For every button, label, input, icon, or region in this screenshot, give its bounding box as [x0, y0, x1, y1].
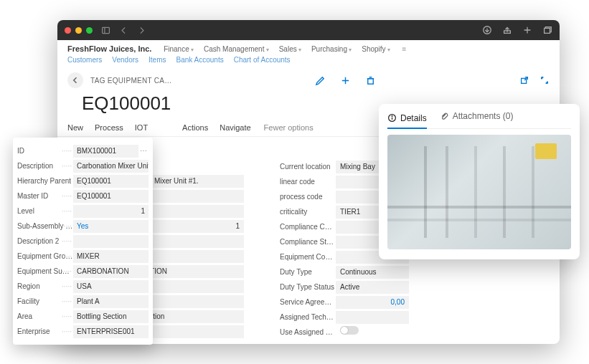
- field-value[interactable]: CARBONATION: [73, 265, 149, 278]
- field-label: Enterprise: [17, 327, 73, 335]
- tab-iot[interactable]: IOT: [135, 123, 148, 132]
- field-service-agreeme-: Service Agreeme…0,00: [280, 294, 409, 310]
- nav-sales[interactable]: Sales: [279, 45, 301, 53]
- edit-icon[interactable]: [315, 75, 326, 86]
- field-use-assigned-tec-: Use Assigned Tec…: [280, 325, 409, 340]
- field-value[interactable]: [73, 235, 149, 248]
- field-equipment-group: Equipment GroupMIXER: [17, 249, 149, 264]
- download-icon[interactable]: [482, 25, 492, 35]
- field-equipment-subgr-: Equipment Subgr…CARBONATION: [17, 264, 149, 279]
- field-label: Compliance Code: [280, 223, 336, 231]
- paperclip-icon: [440, 112, 449, 121]
- fewer-options[interactable]: Fewer options: [264, 123, 314, 132]
- field-hierarchy-parent: Hierarchy ParentEQ100001: [17, 173, 149, 188]
- field-duty-type-status: Duty Type StatusActive: [280, 279, 409, 294]
- field-assigned-technici-: Assigned Technici…: [280, 310, 409, 325]
- nav-shopify[interactable]: Shopify: [362, 45, 390, 53]
- share-icon[interactable]: [502, 25, 512, 35]
- field-label: Service Agreeme…: [280, 298, 336, 306]
- field-value[interactable]: 0,00: [336, 296, 409, 309]
- field-description-2: Description 2: [17, 234, 149, 249]
- field-value[interactable]: [336, 311, 409, 324]
- close-icon[interactable]: [65, 27, 71, 34]
- field-label: Equipment Subgr…: [17, 267, 73, 275]
- window-controls[interactable]: [65, 27, 93, 34]
- subnav-vendors[interactable]: Vendors: [112, 56, 138, 64]
- field-label: Use Assigned Tec…: [280, 328, 336, 336]
- brand[interactable]: FreshFlow Juices, Inc.: [67, 44, 151, 53]
- toggle[interactable]: [340, 326, 359, 335]
- field-label: ID: [17, 147, 73, 155]
- field-label: Equipment Group: [17, 252, 73, 260]
- field-label: Master ID: [17, 192, 73, 200]
- forward-icon[interactable]: [137, 26, 146, 35]
- field-value[interactable]: Carbonation Mixer Unit #1.: [73, 160, 149, 173]
- tab-process[interactable]: Process: [95, 123, 123, 132]
- tabs-icon[interactable]: [542, 25, 552, 35]
- subnav-customers[interactable]: Customers: [67, 56, 102, 64]
- field-value[interactable]: USA: [73, 280, 149, 293]
- nav-cash-management[interactable]: Cash Management: [204, 45, 269, 53]
- field-label: Level: [17, 207, 73, 215]
- maximize-icon[interactable]: [86, 27, 93, 34]
- minimize-icon[interactable]: [75, 27, 82, 34]
- field-label: Current location: [280, 163, 336, 171]
- field-value[interactable]: BMX100001: [73, 145, 138, 158]
- field-area: AreaBottling Section: [17, 309, 149, 324]
- field-facility: FacilityPlant A: [17, 294, 149, 309]
- add-icon[interactable]: [340, 75, 351, 86]
- tab-details[interactable]: Details: [387, 111, 427, 129]
- collapse-icon[interactable]: [539, 75, 550, 85]
- field-value[interactable]: EQ100001: [73, 175, 149, 188]
- info-icon: [387, 113, 397, 123]
- tab-new[interactable]: New: [67, 123, 83, 132]
- field-label: Equipment Confi…: [280, 253, 336, 261]
- field-value[interactable]: ENTERPRISE001: [73, 325, 149, 338]
- field-value[interactable]: Plant A: [73, 295, 149, 308]
- titlebar: [57, 20, 560, 40]
- field-value[interactable]: Continuous: [336, 266, 409, 279]
- popout-icon[interactable]: [519, 75, 529, 85]
- svg-point-21: [392, 116, 392, 117]
- field-value[interactable]: Bottling Section: [73, 310, 149, 323]
- field-region: RegionUSA: [17, 279, 149, 294]
- tab-attachments[interactable]: Attachments (0): [440, 111, 514, 124]
- field-value[interactable]: Yes: [73, 220, 149, 233]
- more-icon[interactable]: ⋯: [138, 147, 149, 155]
- back-button[interactable]: [67, 72, 83, 88]
- field-level: Level1: [17, 203, 149, 219]
- subnav-chart-of-accounts[interactable]: Chart of Accounts: [234, 56, 291, 64]
- field-label: Description: [17, 162, 73, 170]
- details-card: Details Attachments (0): [379, 104, 580, 259]
- field-label: Duty Type: [280, 268, 336, 276]
- field-sub-assembly-exist: Sub-Assembly ExistYes: [17, 219, 149, 234]
- field-label: criticality: [280, 208, 336, 216]
- field-id: IDBMX100001⋯: [17, 143, 149, 158]
- delete-icon[interactable]: [365, 75, 376, 86]
- field-label: process code: [280, 193, 336, 201]
- field-value[interactable]: MIXER: [73, 250, 149, 263]
- field-value[interactable]: 1: [73, 205, 149, 218]
- top-nav: FreshFlow Juices, Inc. FinanceCash Manag…: [57, 40, 560, 64]
- field-value[interactable]: EQ100001: [73, 190, 149, 203]
- field-label: Sub-Assembly Exist: [17, 222, 73, 230]
- field-value[interactable]: Active: [336, 281, 409, 294]
- nav-purchasing[interactable]: Purchasing: [311, 45, 352, 53]
- nav-finance[interactable]: Finance: [164, 45, 194, 53]
- field-label: Facility: [17, 297, 73, 305]
- back-icon[interactable]: [119, 26, 128, 35]
- sidebar-toggle-icon[interactable]: [101, 26, 110, 35]
- tab-navigate[interactable]: Navigate: [220, 123, 250, 132]
- subnav-bank-accounts[interactable]: Bank Accounts: [176, 56, 224, 64]
- breadcrumb: TAG EQUIPMENT CA…: [90, 77, 172, 85]
- subnav-items[interactable]: Items: [149, 56, 166, 64]
- tab-actions[interactable]: Actions: [182, 123, 208, 132]
- svg-rect-7: [545, 28, 550, 33]
- field-label: Assigned Technici…: [280, 313, 336, 321]
- plus-icon[interactable]: [522, 25, 532, 35]
- svg-rect-0: [103, 27, 110, 33]
- menu-icon[interactable]: ≡: [402, 45, 407, 53]
- field-duty-type: Duty TypeContinuous: [280, 264, 409, 279]
- page-header: TAG EQUIPMENT CA…: [57, 64, 560, 91]
- svg-rect-10: [368, 78, 374, 84]
